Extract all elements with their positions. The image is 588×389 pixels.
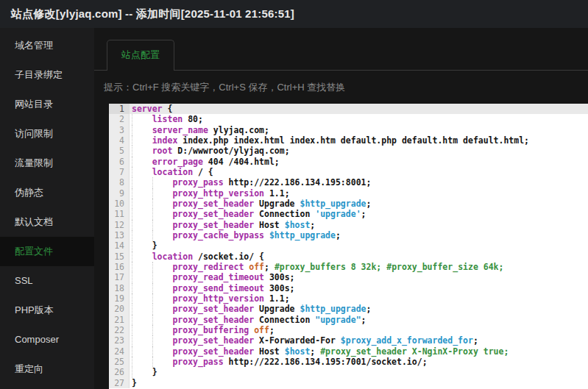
code-line-content[interactable]: proxy_set_header Upgrade $http_upgrade;: [130, 199, 371, 209]
code-line-content[interactable]: proxy_send_timeout 300s;: [130, 283, 295, 293]
indent-guide: [152, 283, 173, 293]
sidebar-item-subdir-bind[interactable]: 子目录绑定: [0, 60, 94, 90]
code-line[interactable]: 18proxy_send_timeout 300s;: [109, 283, 588, 293]
sidebar-item-php-version[interactable]: PHP版本: [0, 296, 94, 325]
code-line-content[interactable]: proxy_set_header Connection 'upgrade';: [130, 209, 366, 219]
code-line[interactable]: 19proxy_http_version 1.1;: [109, 293, 588, 304]
code-line[interactable]: 7location / {: [109, 167, 588, 177]
tab-site-config[interactable]: 站点配置: [107, 40, 174, 71]
code-line-content[interactable]: root D:/wwwroot/ylyjaq.com;: [130, 146, 290, 156]
line-number: 4: [109, 135, 130, 146]
code-line[interactable]: 21proxy_set_header Connection "upgrade";: [109, 315, 588, 325]
indent-guide: [132, 335, 152, 346]
code-line[interactable]: 20proxy_set_header Upgrade $http_upgrade…: [109, 304, 588, 314]
indent-guide: [132, 240, 152, 251]
sidebar-item-rewrite[interactable]: 伪静态: [0, 178, 94, 207]
sidebar-item-redirect[interactable]: 重定向: [0, 354, 94, 384]
code-line-content[interactable]: proxy_set_header X-Forwarded-For $proxy_…: [130, 335, 478, 346]
code-line-content[interactable]: proxy_buffering off;: [130, 325, 274, 335]
code-token-pl: }: [152, 367, 157, 377]
indent-guide: [132, 188, 152, 199]
code-line-content[interactable]: server_name ylyjaq.com;: [130, 125, 269, 135]
line-number: 19: [109, 293, 130, 304]
code-token-kw: proxy_http_version: [172, 188, 264, 199]
code-line[interactable]: 15location /socket.io/ {: [109, 251, 588, 262]
editor-hint-row: 提示：Ctrl+F 搜索关键字，Ctrl+S 保存，Ctrl+H 查找替换: [94, 71, 588, 104]
indent-guide: [152, 304, 173, 314]
indent-guide: [132, 177, 152, 188]
code-token-kw: proxy_http_version: [172, 293, 264, 304]
code-line-content[interactable]: proxy_set_header Connection "upgrade";: [130, 315, 366, 325]
code-line[interactable]: 1server {: [109, 104, 588, 114]
code-line[interactable]: 11proxy_set_header Connection 'upgrade';: [109, 209, 588, 219]
indent-guide: [132, 167, 152, 177]
indent-guide: [132, 304, 152, 314]
line-number: 14: [109, 240, 130, 251]
code-token-pl: 1.1;: [264, 293, 290, 304]
code-line-content[interactable]: }: [130, 378, 137, 388]
code-token-pl: ;: [264, 262, 274, 272]
code-line[interactable]: 9proxy_http_version 1.1;: [109, 188, 588, 199]
code-line-content[interactable]: proxy_pass http://222.186.134.195:8001;: [130, 177, 371, 188]
config-editor[interactable]: 1server {2listen 80;3server_name ylyjaq.…: [109, 104, 588, 389]
sidebar-item-access-limit[interactable]: 访问限制: [0, 119, 94, 149]
code-line-content[interactable]: location /socket.io/ {: [130, 251, 264, 262]
code-line[interactable]: 26}: [109, 367, 588, 377]
code-line[interactable]: 13proxy_cache_bypass $http_upgrade;: [109, 230, 588, 240]
code-line-content[interactable]: proxy_http_version 1.1;: [130, 188, 290, 199]
indent-guide: [132, 283, 152, 293]
code-line[interactable]: 2listen 80;: [109, 114, 588, 124]
code-line[interactable]: 16proxy_redirect off; #proxy_buffers 8 3…: [109, 262, 588, 272]
code-token-pl: 404 /404.html;: [203, 157, 280, 167]
code-line-content[interactable]: index index.php index.html index.htm def…: [130, 135, 529, 146]
code-line[interactable]: 14}: [109, 240, 588, 251]
code-line[interactable]: 24proxy_set_header Host $host; #proxy_se…: [109, 346, 588, 357]
code-token-kw: root: [152, 146, 173, 156]
code-line[interactable]: 22proxy_buffering off;: [109, 325, 588, 335]
indent-guide: [152, 335, 173, 346]
code-token-kw: server: [132, 104, 163, 114]
code-line-content[interactable]: proxy_set_header Host $host;: [130, 220, 315, 230]
code-line[interactable]: 10proxy_set_header Upgrade $http_upgrade…: [109, 199, 588, 209]
code-line-content[interactable]: proxy_cache_bypass $http_upgrade;: [130, 230, 341, 240]
sidebar-item-ssl[interactable]: SSL: [0, 266, 94, 296]
code-line-content[interactable]: proxy_read_timeout 300s;: [130, 272, 295, 282]
code-token-kw: location: [152, 251, 193, 262]
indent-guide: [132, 251, 152, 262]
code-token-pl: ;: [361, 209, 366, 219]
code-token-var: $http_upgrade: [300, 304, 366, 314]
line-number: 24: [109, 346, 130, 357]
code-line[interactable]: 17proxy_read_timeout 300s;: [109, 272, 588, 282]
code-line-content[interactable]: proxy_set_header Host $host; #proxy_set_…: [130, 346, 509, 357]
code-line[interactable]: 5root D:/wwwroot/ylyjaq.com;: [109, 146, 588, 156]
code-line-content[interactable]: proxy_set_header Upgrade $http_upgrade;: [130, 304, 371, 314]
code-token-pl: index.php index.html index.htm default.p…: [177, 135, 529, 146]
code-line-content[interactable]: proxy_http_version 1.1;: [130, 293, 290, 304]
site-edit-window: 站点修改[ylyjaq.com] -- 添加时间[2025-11-01 21:5…: [0, 0, 588, 389]
code-line[interactable]: 12proxy_set_header Host $host;: [109, 220, 588, 230]
code-line-content[interactable]: listen 80;: [130, 114, 203, 124]
code-line-content[interactable]: proxy_redirect off; #proxy_buffers 8 32k…: [130, 262, 503, 272]
code-line-content[interactable]: }: [130, 367, 157, 377]
code-line[interactable]: 4index index.php index.html index.htm de…: [109, 135, 588, 146]
code-token-kw: index: [152, 135, 178, 146]
code-line[interactable]: 25proxy_pass http://222.186.134.195:7001…: [109, 357, 588, 367]
indent-guide: [132, 272, 152, 282]
sidebar-item-traffic-limit[interactable]: 流量限制: [0, 149, 94, 178]
code-line[interactable]: 27}: [109, 378, 588, 388]
code-line-content[interactable]: proxy_pass http://222.186.134.195:7001/s…: [130, 357, 428, 367]
code-line-content[interactable]: error_page 404 /404.html;: [130, 157, 280, 167]
code-line[interactable]: 3server_name ylyjaq.com;: [109, 125, 588, 135]
code-line-content[interactable]: server {: [130, 104, 172, 114]
code-line-content[interactable]: }: [130, 240, 157, 251]
sidebar-item-default-doc[interactable]: 默认文档: [0, 207, 94, 237]
code-line[interactable]: 8proxy_pass http://222.186.134.195:8001;: [109, 177, 588, 188]
code-line[interactable]: 6error_page 404 /404.html;: [109, 157, 588, 167]
sidebar-item-domain-manage[interactable]: 域名管理: [0, 31, 94, 60]
sidebar-item-site-directory[interactable]: 网站目录: [0, 90, 94, 119]
sidebar-item-config-file[interactable]: 配置文件: [0, 237, 94, 266]
code-line[interactable]: 23proxy_set_header X-Forwarded-For $prox…: [109, 335, 588, 346]
sidebar-item-composer[interactable]: Composer: [0, 325, 94, 354]
indent-guide: [132, 220, 152, 230]
code-line-content[interactable]: location / {: [130, 167, 213, 177]
